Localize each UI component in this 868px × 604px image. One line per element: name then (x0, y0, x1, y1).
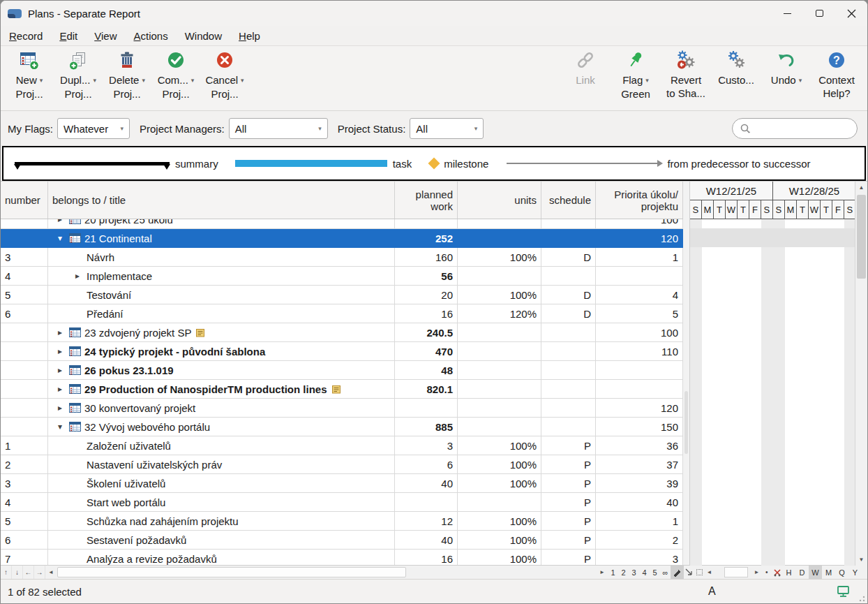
table-row[interactable]: 6Předání16120%D5 (1, 304, 683, 323)
column-header-planned-work[interactable]: planned work (395, 182, 458, 219)
menu-edit[interactable]: Edit (59, 30, 77, 42)
my-flags-select[interactable]: Whatever ▾ (57, 118, 130, 139)
expand-icon[interactable] (75, 271, 87, 281)
timescale-button-h[interactable]: H (782, 566, 795, 579)
dropdown-caret-icon[interactable]: ▾ (241, 77, 244, 84)
scroll-down-icon[interactable]: ▼ (855, 554, 867, 566)
revert-to-shared-button[interactable]: Revert to Sha... (661, 50, 711, 100)
table-row[interactable]: 3Školení uživatelů40100%P39 (1, 474, 683, 493)
menu-record[interactable]: Record (9, 30, 43, 42)
pane-splitter[interactable] (683, 182, 690, 565)
row-title-cell[interactable]: 24 typický projekt - původní šablona (48, 342, 395, 361)
table-row[interactable]: 7Analýza a revize požadavků16100%P3 (1, 550, 683, 565)
row-title-cell[interactable]: Implementace (48, 267, 395, 286)
resize-grip[interactable] (857, 594, 865, 602)
table-row[interactable]: 23 zdvojený projekt SP240.5100 (1, 323, 683, 342)
menu-help[interactable]: Help (239, 30, 260, 42)
gantt-scroll-right-icon[interactable]: ► (751, 566, 761, 579)
timescale-button-m[interactable]: M (822, 566, 835, 579)
row-title-cell[interactable]: Sestavení požadavků (48, 531, 395, 550)
menu-view[interactable]: View (94, 30, 117, 42)
row-title-cell[interactable]: Start web portálu (48, 493, 395, 512)
draw-dependency-button[interactable] (684, 566, 694, 579)
close-button[interactable] (835, 1, 867, 26)
maximize-button[interactable] (803, 1, 835, 26)
move-down-button[interactable]: ↓ (12, 566, 23, 579)
collapse-icon[interactable] (58, 422, 69, 432)
search-input[interactable] (752, 123, 850, 135)
table-row[interactable]: 30 konvertovaný projekt120 (1, 399, 683, 418)
dropdown-caret-icon[interactable]: ▾ (142, 77, 145, 84)
timescale-button-q[interactable]: Q (835, 566, 848, 579)
dropdown-caret-icon[interactable]: ▾ (799, 77, 802, 84)
expand-icon[interactable] (58, 403, 69, 413)
column-header-priority[interactable]: Priorita úkolu/ projektu (596, 182, 683, 219)
customize-button[interactable]: Custo... (711, 50, 761, 87)
expand-icon[interactable] (58, 365, 69, 375)
table-row[interactable]: 1Založení uživatelů3100%P36 (1, 436, 683, 455)
scroll-right-icon[interactable]: ► (597, 566, 608, 579)
search-box[interactable] (732, 118, 858, 139)
project-managers-select[interactable]: All ▾ (229, 118, 328, 139)
expand-icon[interactable] (58, 346, 69, 356)
dropdown-caret-icon[interactable]: ▾ (645, 77, 649, 84)
selection-mode-button[interactable] (694, 566, 705, 579)
red-cross-tool-button[interactable] (772, 566, 782, 579)
table-row[interactable]: 29 Production of NanospiderTM production… (1, 380, 683, 399)
timescale-button-y[interactable]: Y (848, 566, 862, 579)
row-title-cell[interactable]: Testování (48, 286, 395, 304)
scroll-left-icon[interactable]: ◄ (45, 566, 57, 579)
table-row[interactable]: 26 pokus 23.1.01948 (1, 361, 683, 380)
table-row[interactable]: 6Sestavení požadavků40100%P2 (1, 531, 683, 550)
dropdown-caret-icon[interactable]: ▾ (93, 77, 96, 84)
flag-green-button[interactable]: Flag▾ Green (611, 50, 661, 101)
outline-level-button[interactable]: ∞ (660, 566, 671, 579)
move-up-button[interactable]: ↑ (1, 566, 12, 579)
gantt-scroll-left-icon[interactable]: ◄ (705, 566, 714, 579)
outdent-button[interactable]: ← (23, 566, 34, 579)
gantt-vertical-scrollbar[interactable]: ▲ ▼ (855, 182, 867, 566)
expand-icon[interactable] (58, 327, 69, 337)
delete-project-button[interactable]: Delete▾ Proj... (104, 50, 150, 101)
table-row[interactable]: 32 Vývoj webového portálu885150 (1, 418, 683, 436)
row-title-cell[interactable]: 29 Production of NanospiderTM production… (48, 380, 395, 399)
timescale-button-w[interactable]: W (809, 566, 822, 579)
row-title-cell[interactable]: Založení uživatelů (48, 436, 395, 455)
duplicate-project-button[interactable]: Dupl...▾ Proj... (55, 50, 101, 101)
timescale-button-d[interactable]: D (795, 566, 809, 579)
hscroll-thumb[interactable] (57, 567, 406, 577)
row-title-cell[interactable]: 30 konvertovaný projekt (48, 399, 395, 418)
table-horizontal-scrollbar[interactable] (57, 566, 597, 579)
menu-actions[interactable]: Actions (133, 30, 167, 42)
row-title-cell[interactable]: Návrh (48, 248, 395, 267)
menu-window[interactable]: Window (185, 30, 222, 42)
zoom-dot-button[interactable]: • (761, 566, 772, 579)
row-title-cell[interactable]: 20 projekt 25 úkolů (48, 219, 395, 229)
row-title-cell[interactable]: 32 Vývoj webového portálu (48, 418, 395, 436)
expand-icon[interactable] (58, 384, 69, 394)
context-help-button[interactable]: ? Context Help? (811, 50, 862, 100)
table-row[interactable]: 5Testování20100%D4 (1, 286, 683, 304)
table-vscroll-thumb[interactable] (684, 391, 688, 454)
format-tool-button[interactable] (671, 566, 683, 579)
row-title-cell[interactable]: Schůzka nad zahájením projektu (48, 512, 395, 531)
row-title-cell[interactable]: Analýza a revize požadavků (48, 550, 395, 565)
outline-level-button[interactable]: 4 (639, 566, 650, 579)
cancel-project-button[interactable]: Cancel▾ Proj... (202, 50, 248, 101)
column-header-number[interactable]: number (1, 182, 48, 219)
collapse-icon[interactable] (58, 233, 69, 243)
column-header-schedule[interactable]: schedule (541, 182, 596, 219)
table-row[interactable]: 4Start web portáluP40 (1, 493, 683, 512)
gantt-horizontal-scrollbar[interactable] (714, 566, 752, 579)
indent-button[interactable]: → (34, 566, 45, 579)
outline-level-button[interactable]: 3 (629, 566, 639, 579)
dropdown-caret-icon[interactable]: ▾ (191, 77, 195, 84)
row-title-cell[interactable]: Školení uživatelů (48, 474, 395, 493)
complete-project-button[interactable]: Com...▾ Proj... (153, 50, 199, 101)
minimize-button[interactable] (771, 1, 803, 26)
table-row[interactable]: 21 Continental252120 (1, 229, 683, 248)
gantt-vscroll-thumb[interactable] (857, 195, 866, 279)
table-row[interactable]: 20 projekt 25 úkolů100 (1, 219, 683, 229)
outline-level-button[interactable]: 2 (618, 566, 629, 579)
table-row[interactable]: 3Návrh160100%D1 (1, 248, 683, 267)
